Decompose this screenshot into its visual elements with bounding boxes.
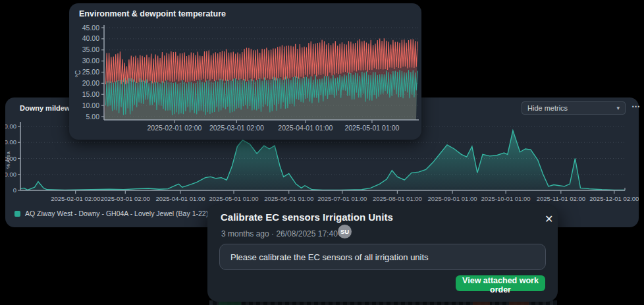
svg-text:2025-09-01 01:00: 2025-09-01 01:00 (428, 195, 477, 202)
svg-text:2025-05-01 01:00: 2025-05-01 01:00 (344, 124, 399, 132)
svg-text:°C: °C (74, 70, 82, 77)
task-comment-field[interactable]: Please calibrate the EC sensors of all i… (219, 244, 546, 270)
svg-text:35.00: 35.00 (82, 45, 99, 53)
view-attached-work-order-button[interactable]: View attached work order (456, 275, 545, 291)
svg-text:2025-11-01 02:00: 2025-11-01 02:00 (537, 195, 585, 202)
svg-text:2025-03-01 02:00: 2025-03-01 02:00 (101, 195, 150, 202)
svg-text:2025-02-01 02:00: 2025-02-01 02:00 (51, 195, 100, 202)
task-modal-title: Calibrate EC sensors Irrigation Units (221, 211, 393, 223)
svg-text:2025-07-01 01:00: 2025-07-01 01:00 (317, 195, 367, 202)
dashboard-background: { "colors": { "page_bg": "#000000", "pan… (0, 0, 644, 305)
task-comment-text: Please calibrate the EC sensors of all i… (230, 252, 429, 262)
svg-text:2025-02-01 02:00: 2025-02-01 02:00 (148, 124, 202, 132)
svg-text:20.00: 20.00 (82, 79, 99, 87)
svg-text:15.00: 15.00 (82, 90, 99, 98)
legend-swatch-icon (14, 211, 20, 217)
svg-text:0: 0 (13, 186, 16, 194)
avatar: SU (338, 225, 352, 238)
svg-text:60.00: 60.00 (5, 138, 16, 146)
svg-text:2025-10-01 01:00: 2025-10-01 01:00 (481, 195, 531, 202)
svg-text:20.00: 20.00 (5, 171, 16, 178)
svg-text:2025-05-01 01:00: 2025-05-01 01:00 (209, 195, 258, 202)
svg-text:30.00: 30.00 (82, 57, 99, 65)
svg-text:2025-08-01 01:00: 2025-08-01 01:00 (373, 195, 422, 202)
svg-text:45.00: 45.00 (82, 24, 99, 32)
svg-text:2025-12-01 02:00: 2025-12-01 02:00 (589, 195, 639, 202)
close-icon[interactable]: ✕ (541, 211, 557, 227)
svg-text:5.00: 5.00 (86, 113, 100, 121)
svg-text:2025-04-01 01:00: 2025-04-01 01:00 (155, 195, 205, 202)
svg-text:80.00: 80.00 (5, 123, 16, 130)
task-modal-timestamp: 3 months ago · 26/08/2025 17:40 (221, 229, 338, 238)
svg-text:2025-03-01 02:00: 2025-03-01 02:00 (209, 124, 264, 132)
svg-text:2025-04-01 01:00: 2025-04-01 01:00 (278, 124, 333, 132)
svg-text:% Area: % Area (5, 152, 11, 169)
temperature-panel: Environment & dewpoint temperature 45.00… (69, 3, 421, 140)
svg-text:2025-06-01 01:00: 2025-06-01 01:00 (264, 195, 313, 202)
temperature-chart[interactable]: 45.0040.0035.0030.0025.0020.0015.0010.00… (69, 3, 421, 140)
svg-text:25.00: 25.00 (82, 68, 99, 76)
svg-text:10.00: 10.00 (82, 101, 99, 109)
task-modal: Calibrate EC sensors Irrigation Units 3 … (207, 204, 558, 302)
svg-text:40.00: 40.00 (82, 34, 99, 42)
